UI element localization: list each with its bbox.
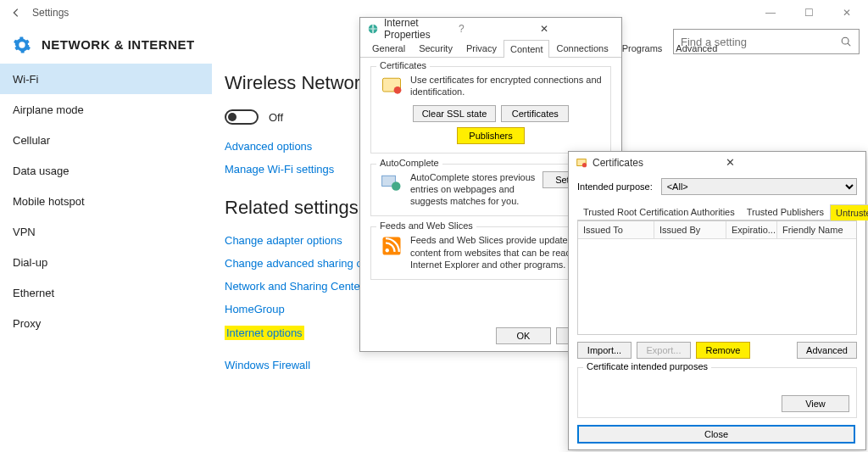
cert-tab-trusted-publishers[interactable]: Trusted Publishers <box>741 204 830 220</box>
svg-point-6 <box>392 181 401 191</box>
ip-title-text: Internet Properties <box>384 17 459 41</box>
close-button[interactable]: ✕ <box>834 7 860 19</box>
ip-tab-advanced[interactable]: Advanced <box>669 39 724 57</box>
wifi-toggle[interactable] <box>225 109 259 125</box>
cert-purposes-fieldset: Certificate intended purposes View <box>577 367 857 418</box>
svg-point-0 <box>842 37 849 44</box>
svg-point-4 <box>394 86 402 94</box>
cert-purposes-legend: Certificate intended purposes <box>583 361 711 371</box>
certs-description: Use certificates for encrypted connectio… <box>410 74 602 98</box>
clear-ssl-button[interactable]: Clear SSL state <box>413 105 497 122</box>
sidebar-item-wifi[interactable]: Wi-Fi <box>0 64 212 94</box>
sidebar-item-data-usage[interactable]: Data usage <box>0 155 212 186</box>
purpose-label: Intended purpose: <box>577 181 653 192</box>
publishers-button[interactable]: Publishers <box>457 127 525 144</box>
cert-titlebar[interactable]: Certificates ✕ <box>569 152 865 173</box>
cert-close-footer-button[interactable]: Close <box>577 425 855 444</box>
ip-tab-security[interactable]: Security <box>412 39 459 57</box>
ip-tab-programs[interactable]: Programs <box>615 39 670 57</box>
autocomplete-description: AutoComplete stores previous entries on … <box>410 171 536 208</box>
cert-title-text: Certificates <box>593 157 726 169</box>
minimize-button[interactable]: — <box>758 7 783 19</box>
ip-titlebar[interactable]: Internet Properties ? ✕ <box>360 18 621 39</box>
cert-tab-untrusted-publishers[interactable]: Untrusted Publishers <box>830 204 868 220</box>
ip-tab-general[interactable]: General <box>365 39 412 57</box>
feeds-legend: Feeds and Web Slices <box>376 220 476 231</box>
sidebar-item-hotspot[interactable]: Mobile hotspot <box>0 186 212 216</box>
cert-close-button[interactable]: ✕ <box>726 156 859 169</box>
col-friendly-name[interactable]: Friendly Name <box>777 221 856 238</box>
feeds-icon <box>380 234 403 258</box>
search-icon <box>840 36 852 47</box>
advanced-button[interactable]: Advanced <box>797 342 857 359</box>
sidebar: Wi-Fi Airplane mode Cellular Data usage … <box>0 64 212 452</box>
sidebar-item-vpn[interactable]: VPN <box>0 216 212 247</box>
intended-purpose-row: Intended purpose: <All> <box>577 178 857 195</box>
col-expiration[interactable]: Expiratio... <box>726 221 777 238</box>
sidebar-item-dialup[interactable]: Dial-up <box>0 247 212 277</box>
certificates-dialog: Certificates ✕ Intended purpose: <All> T… <box>568 151 866 450</box>
ip-tabs: General Security Privacy Content Connect… <box>360 39 621 58</box>
cert-tabs: Trusted Root Certification Authorities T… <box>577 204 857 220</box>
certificates-button[interactable]: Certificates <box>501 105 569 122</box>
gear-icon <box>13 36 31 54</box>
sidebar-item-airplane[interactable]: Airplane mode <box>0 94 212 125</box>
sidebar-item-proxy[interactable]: Proxy <box>0 308 212 338</box>
certs-legend: Certificates <box>376 60 430 70</box>
sidebar-item-cellular[interactable]: Cellular <box>0 125 212 155</box>
toggle-state-label: Off <box>269 111 283 124</box>
purpose-select[interactable]: <All> <box>661 178 857 195</box>
ip-help-button[interactable]: ? <box>459 23 533 35</box>
cert-tab-trusted-root[interactable]: Trusted Root Certification Authorities <box>577 204 741 220</box>
ip-close-button[interactable]: ✕ <box>540 23 615 35</box>
back-button[interactable] <box>8 5 24 20</box>
ip-tab-content[interactable]: Content <box>504 40 550 58</box>
svg-point-8 <box>386 249 389 253</box>
remove-button[interactable]: Remove <box>696 342 750 359</box>
cert-action-buttons: Import... Export... Remove Advanced <box>577 342 857 359</box>
export-button[interactable]: Export... <box>637 342 691 359</box>
ip-tab-connections[interactable]: Connections <box>549 39 615 57</box>
ip-tab-privacy[interactable]: Privacy <box>459 39 504 57</box>
cert-list-header: Issued To Issued By Expiratio... Friendl… <box>578 221 856 239</box>
col-issued-by[interactable]: Issued By <box>654 221 726 238</box>
import-button[interactable]: Import... <box>577 342 632 359</box>
maximize-button[interactable]: ☐ <box>796 7 821 19</box>
autocomplete-legend: AutoComplete <box>376 158 442 168</box>
page-title: NETWORK & INTERNET <box>42 37 195 52</box>
certificates-fieldset: Certificates Use certificates for encryp… <box>370 66 611 153</box>
certificate-icon <box>380 74 403 98</box>
window-controls: — ☐ ✕ <box>758 7 860 19</box>
svg-point-10 <box>582 163 587 167</box>
certificate-icon <box>576 157 587 169</box>
ip-ok-button[interactable]: OK <box>496 327 551 344</box>
svg-line-1 <box>848 43 850 46</box>
cert-list[interactable]: Issued To Issued By Expiratio... Friendl… <box>577 220 857 335</box>
autocomplete-icon <box>380 171 403 195</box>
globe-icon <box>367 23 379 35</box>
link-internet-options[interactable]: Internet options <box>225 326 304 340</box>
col-issued-to[interactable]: Issued To <box>578 221 654 238</box>
view-button[interactable]: View <box>782 395 849 412</box>
sidebar-item-ethernet[interactable]: Ethernet <box>0 277 212 308</box>
